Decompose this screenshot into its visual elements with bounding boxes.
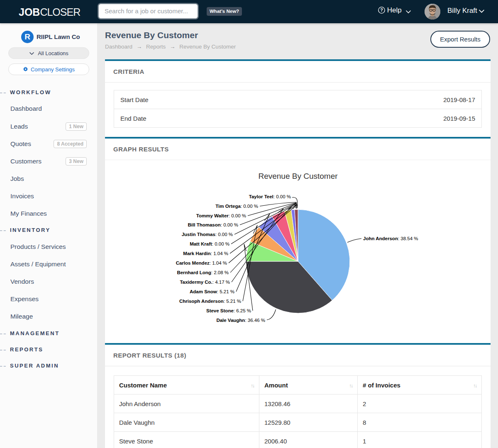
svg-text:Adam Snow: 5.21 %: Adam Snow: 5.21 % bbox=[190, 289, 234, 294]
svg-text:Revenue By Customer: Revenue By Customer bbox=[258, 172, 338, 180]
svg-text:Dale Vaughn: 36.46 %: Dale Vaughn: 36.46 % bbox=[216, 318, 265, 323]
svg-text:Carlos Mendez: 1.04 %: Carlos Mendez: 1.04 % bbox=[176, 261, 227, 265]
svg-text:Bernhard Long: 2.08 %: Bernhard Long: 2.08 % bbox=[177, 270, 229, 275]
svg-text:Chrisoph Anderson: 5.21 %: Chrisoph Anderson: 5.21 % bbox=[179, 299, 241, 304]
svg-text:Mark Hardin: 1.04 %: Mark Hardin: 1.04 % bbox=[183, 251, 228, 256]
svg-text:Matt Kraft: 0.00 %: Matt Kraft: 0.00 % bbox=[190, 241, 229, 246]
svg-text:Tim Ortega: 0.00 %: Tim Ortega: 0.00 % bbox=[215, 204, 258, 209]
svg-text:Justin Thomas: 0.00 %: Justin Thomas: 0.00 % bbox=[182, 232, 233, 237]
svg-text:Bill Thomason: 0.00 %: Bill Thomason: 0.00 % bbox=[188, 222, 238, 227]
svg-text:Steve Stone: 6.25 %: Steve Stone: 6.25 % bbox=[206, 308, 251, 313]
svg-text:Taxidermy Co.: 4.17 %: Taxidermy Co.: 4.17 % bbox=[180, 280, 230, 285]
svg-text:Taylor Teel: 0.00 %: Taylor Teel: 0.00 % bbox=[249, 194, 291, 199]
svg-text:Tommy Walter: 0.00 %: Tommy Walter: 0.00 % bbox=[196, 213, 246, 218]
svg-text:John Anderson: 38.54 %: John Anderson: 38.54 % bbox=[363, 236, 418, 241]
svg-text:?: ? bbox=[380, 7, 383, 12]
